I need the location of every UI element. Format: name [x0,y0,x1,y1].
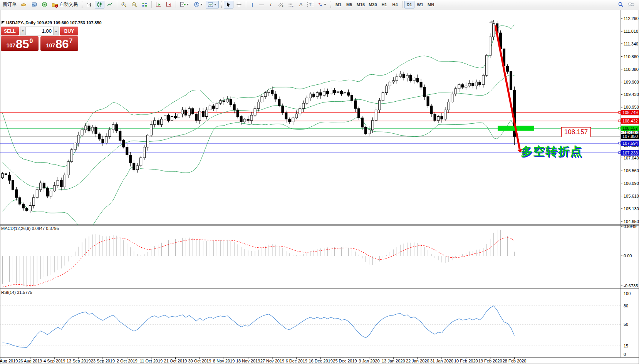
candle [250,115,253,121]
auto-scroll-icon[interactable] [154,1,163,8]
arrows-tool[interactable] [315,1,329,8]
candle [178,114,180,118]
chart-title: USDJPY-,Daily 109.629 109.660 107.753 10… [6,20,102,25]
hline-anchor [619,142,621,144]
date-tick: 3 Jan 2020 [359,359,379,363]
candle [451,94,453,102]
tf-mn-button[interactable]: MN [426,1,436,8]
chart-shift-icon[interactable] [164,1,174,8]
candle [271,90,273,94]
axis-badge-107.233: 107.233 [622,151,638,155]
tf-m5-button[interactable]: M5 [344,1,354,8]
price-tick: 105.610 [624,194,639,198]
date-tick: 13 Sep 2019 [67,359,91,363]
hline-anchor [619,120,621,122]
search-icon[interactable] [616,1,626,8]
candle [198,111,201,121]
candle [299,109,301,114]
horizontal-line-tool[interactable]: — [257,1,266,8]
new-order-button[interactable]: 新订单 [1,1,18,8]
autotrading-button[interactable]: 自动交易 [50,1,79,8]
buy-price-button[interactable]: 107 86 7 [40,36,78,51]
tf-m1-button[interactable]: M1 [334,1,344,8]
chart-window[interactable]: 112.290111.810111.340110.860110.380109.9… [0,10,639,364]
crosshair-tool[interactable] [234,1,244,8]
zoom-out-icon[interactable] [129,1,139,8]
candle [427,97,429,106]
zoom-in-icon[interactable] [119,1,129,8]
chat-icon[interactable] [626,1,636,8]
chart-canvas[interactable]: 112.290111.810111.340110.860110.380109.9… [0,10,639,364]
candle [254,109,256,115]
candle [396,77,398,81]
candle [102,139,104,143]
fibonacci-tool[interactable]: F [286,1,296,8]
candle [375,110,377,121]
candle [25,208,28,211]
sell-price-button[interactable]: 107 85 0 [1,36,39,51]
candle [39,183,42,190]
sell-price-pip: 0 [29,38,33,45]
splitter-handle[interactable] [489,20,495,23]
trendline-tool[interactable]: / [267,1,275,8]
volume-decrease-button[interactable]: ▼ [20,27,26,35]
periods-button[interactable] [192,1,205,8]
tf-m15-button[interactable]: M15 [355,1,366,8]
date-tick: 2 Oct 2019 [117,359,138,363]
buy-button[interactable]: BUY [60,27,78,35]
tf-m30-button[interactable]: M30 [367,1,378,8]
candle [216,103,218,109]
buy-price-big: 86 [55,39,69,50]
candle [140,158,142,166]
text-tool[interactable]: A [297,1,305,8]
tf-h1-button[interactable]: H1 [379,1,389,8]
candle [18,198,21,204]
volume-input[interactable] [26,27,53,35]
candle [57,180,59,186]
equidistant-channel-tool[interactable]: E [276,1,285,8]
price-callout-box[interactable]: 108.157 [561,127,591,137]
candle [15,190,17,198]
volume-increase-button[interactable]: ▲ [53,27,59,35]
cursor-tool[interactable] [224,1,233,8]
candle [444,110,446,119]
candle [465,86,467,87]
sell-price-figure: 107 [7,42,15,49]
candlestick-chart-icon[interactable] [95,1,104,8]
tf-d1-button[interactable]: D1 [404,1,414,8]
cn-annotation[interactable]: 多空转折点 [521,144,582,159]
client-terminal-icon[interactable] [29,1,39,8]
signals-icon[interactable] [40,1,49,8]
candle [184,110,187,115]
sell-label: SELL [4,29,16,34]
candle [195,114,197,121]
candle [230,99,232,105]
date-tick: 13 Jan 2020 [382,359,405,363]
candle [161,119,163,124]
toolbar-separator [246,1,246,8]
candle [174,117,177,118]
candle [247,119,249,120]
tf-w1-button[interactable]: W1 [415,1,425,8]
text-label-tool[interactable]: T [306,1,315,8]
line-chart-icon[interactable] [105,1,115,8]
bar-chart-icon[interactable] [84,1,94,8]
candle [36,190,38,198]
chart-window-icon[interactable] [2,21,5,24]
new-chart-button[interactable] [178,1,191,8]
price-tick: 107.040 [624,156,639,160]
indicators-button[interactable] [206,1,219,8]
candle [316,92,319,96]
date-tick: 6 Dec 2019 [286,359,307,363]
macd-label: MACD(12,26,9) 0.0647 0.3795 [1,226,59,231]
candle [95,127,97,134]
candle [154,121,156,124]
tf-h4-button[interactable]: H4 [390,1,400,8]
tile-windows-icon[interactable] [140,1,149,8]
sell-button[interactable]: SELL [1,27,19,35]
price-tick: 105.130 [624,206,639,211]
candle [486,55,488,75]
vertical-line-tool[interactable]: | [248,1,257,8]
date-tick: 26 Aug 2019 [18,359,42,363]
quotes-icon[interactable] [19,1,29,8]
